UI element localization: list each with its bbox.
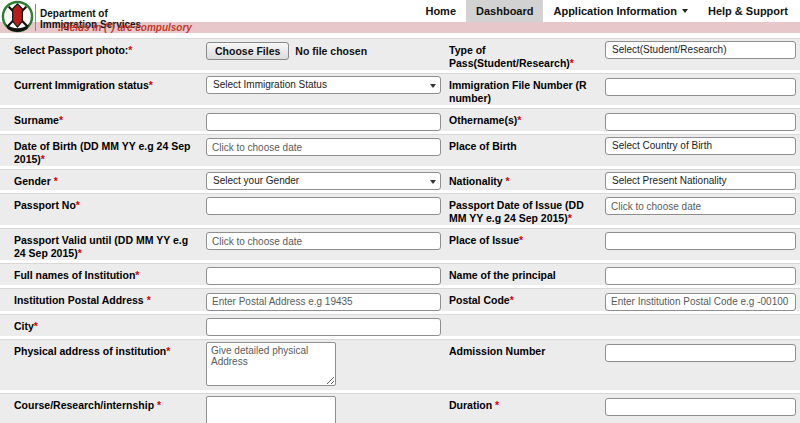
passport-date-of-issue-label: Passport Date of Issue (DD MM YY e.g 24 …	[449, 196, 605, 225]
institution-full-names-label: Full names of Institution*	[14, 266, 206, 282]
current-immigration-status-select-value: Select Immigration Status	[213, 79, 327, 90]
institution-full-names-label-text: Full names of Institution	[14, 269, 135, 281]
passport-no-input[interactable]	[206, 197, 441, 215]
required-asterisk: *	[78, 247, 82, 259]
field-cell	[605, 196, 800, 216]
required-asterisk: *	[570, 57, 574, 69]
field-cell	[605, 76, 800, 96]
field-cell: Select(Student/Research)	[605, 41, 800, 59]
nav-item-application-information[interactable]: Application Information	[543, 0, 697, 22]
required-asterisk: *	[34, 320, 38, 332]
field-cell: Choose FilesNo file chosen	[206, 41, 449, 60]
caret-down-icon	[682, 9, 688, 13]
passport-photo-choose-files-button[interactable]: Choose Files	[206, 42, 289, 60]
place-of-birth-select[interactable]: Select Country of Birth	[605, 137, 796, 155]
gender-select[interactable]: Select your Gender	[206, 172, 441, 190]
passport-valid-until-input[interactable]	[206, 232, 441, 250]
admission-number-label-text: Admission Number	[449, 345, 545, 357]
course-research-internship-label: Course/Research/internship *	[14, 396, 206, 412]
course-research-internship-textarea[interactable]	[206, 396, 336, 423]
othernames-label: Othername(s)*	[449, 111, 605, 127]
passport-valid-until-label-text: Passport Valid until (DD MM YY e.g 24 Se…	[14, 234, 188, 259]
required-asterisk: *	[519, 234, 523, 246]
surname-input[interactable]	[206, 113, 441, 131]
institution-physical-address-label: Physical address of institution*	[14, 342, 206, 358]
field-cell	[206, 342, 449, 390]
institution-postal-code-input[interactable]	[605, 293, 796, 311]
application-form: Select Passport photo:*Choose FilesNo fi…	[0, 38, 800, 423]
required-asterisk: *	[506, 175, 510, 187]
field-cell	[605, 396, 800, 416]
form-row: City*	[0, 314, 800, 337]
required-asterisk: *	[76, 199, 80, 211]
othernames-label-text: Othername(s)	[449, 114, 517, 126]
nationality-label: Nationality *	[449, 172, 605, 188]
institution-postal-address-label: Institution Postal Address *	[14, 291, 206, 307]
othernames-input[interactable]	[605, 113, 796, 131]
empty-cell	[449, 317, 605, 320]
institution-postal-code-label: Postal Code*	[449, 291, 605, 307]
coat-of-arms-logo-icon	[1, 0, 34, 33]
form-row: Current Immigration status*Select Immigr…	[0, 73, 800, 105]
type-of-pass-select[interactable]: Select(Student/Research)	[605, 41, 796, 59]
admission-number-label: Admission Number	[449, 342, 605, 358]
required-asterisk: *	[568, 212, 572, 224]
duration-input[interactable]	[605, 398, 796, 416]
institution-physical-address-textarea[interactable]	[206, 342, 336, 386]
place-of-birth-label: Place of Birth	[449, 137, 605, 153]
field-cell	[605, 266, 800, 286]
place-of-issue-input[interactable]	[605, 232, 796, 250]
institution-postal-address-input[interactable]	[206, 293, 441, 311]
form-row: Surname*Othername(s)*	[0, 108, 800, 131]
header: Department of Immigration Services HomeD…	[0, 0, 800, 34]
passport-date-of-issue-input[interactable]	[605, 197, 796, 215]
required-asterisk: *	[149, 79, 153, 91]
field-cell	[605, 342, 800, 362]
current-immigration-status-select[interactable]: Select Immigration Status	[206, 76, 441, 94]
immigration-file-number-label-text: Immigration File Number (R number)	[449, 79, 587, 104]
institution-postal-code-label-text: Postal Code	[449, 294, 510, 306]
admission-number-input[interactable]	[605, 344, 796, 362]
place-of-birth-label-text: Place of Birth	[449, 140, 517, 152]
required-asterisk: *	[147, 294, 151, 306]
passport-photo-label-text: Select Passport photo:	[14, 44, 128, 56]
field-cell	[206, 231, 449, 251]
field-cell	[605, 231, 800, 251]
place-of-issue-label: Place of Issue*	[449, 231, 605, 247]
form-row: Physical address of institution*Admissio…	[0, 339, 800, 390]
institution-postal-address-label-text: Institution Postal Address	[14, 294, 147, 306]
field-cell	[605, 291, 800, 311]
nav-item-help-support[interactable]: Help & Support	[698, 0, 798, 22]
type-of-pass-select-value: Select(Student/Research)	[612, 44, 727, 55]
required-asterisk: *	[41, 153, 45, 165]
field-cell: Select Present Nationality	[605, 172, 800, 190]
field-cell	[206, 317, 449, 337]
top-nav: HomeDashboardApplication InformationHelp…	[415, 0, 798, 22]
required-asterisk: *	[157, 399, 161, 411]
city-label: City*	[14, 317, 206, 333]
nationality-select[interactable]: Select Present Nationality	[605, 172, 796, 190]
field-cell: Select your Gender	[206, 172, 449, 190]
duration-label: Duration *	[449, 396, 605, 412]
form-row: Date of Birth (DD MM YY e.g 24 Sep 2015)…	[0, 134, 800, 166]
surname-label-text: Surname	[14, 114, 59, 126]
immigration-file-number-input[interactable]	[605, 78, 796, 96]
required-asterisk: *	[59, 114, 63, 126]
form-row: Gender *Select your GenderNationality *S…	[0, 169, 800, 190]
date-of-birth-input[interactable]	[206, 138, 441, 156]
form-row: Institution Postal Address *Postal Code*	[0, 288, 800, 311]
city-input[interactable]	[206, 318, 441, 336]
principal-name-input[interactable]	[605, 267, 796, 285]
field-cell	[206, 396, 449, 423]
nav-item-label: Home	[425, 5, 456, 17]
form-row: Passport Valid until (DD MM YY e.g 24 Se…	[0, 228, 800, 260]
surname-label: Surname*	[14, 111, 206, 127]
nav-item-home[interactable]: Home	[415, 0, 466, 22]
institution-physical-address-label-text: Physical address of institution	[14, 345, 166, 357]
institution-full-names-input[interactable]	[206, 267, 441, 285]
nav-item-dashboard[interactable]: Dashboard	[466, 0, 543, 22]
mandatory-fields-note: .Fields in (*) are compulsory	[58, 22, 192, 33]
required-asterisk: *	[128, 44, 132, 56]
date-of-birth-label: Date of Birth (DD MM YY e.g 24 Sep 2015)…	[14, 137, 206, 166]
passport-valid-until-label: Passport Valid until (DD MM YY e.g 24 Se…	[14, 231, 206, 260]
